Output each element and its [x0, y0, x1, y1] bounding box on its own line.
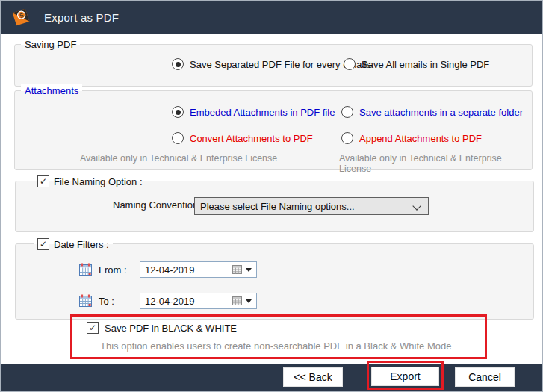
export-button[interactable]: Export [371, 367, 439, 386]
window-title: Export as PDF [44, 11, 119, 24]
radio-save-all-single-pdf[interactable]: Save All emails in Single PDF [344, 58, 489, 70]
file-naming-checkbox-row[interactable]: ✓ File Naming Option : [34, 174, 146, 189]
chevron-down-icon [412, 202, 421, 210]
radio-selected-icon [172, 106, 184, 118]
radio-label: Embeded Attachments in PDF file [190, 107, 335, 118]
radio-append-attachments-pdf[interactable]: Append Attachments to PDF [341, 132, 482, 144]
from-label: From : [99, 264, 127, 276]
date-picker-grid-icon [232, 265, 242, 274]
date-filters-label: Date Filters : [54, 239, 109, 250]
date-picker-dropdown-arrow[interactable] [246, 299, 252, 303]
dropdown-value: Please select File Naming options... [200, 201, 355, 212]
checkbox-checked-icon: ✓ [87, 322, 99, 334]
naming-conventions-dropdown[interactable]: Please select File Naming options... [194, 197, 429, 215]
date-picker-grid-icon [232, 296, 242, 305]
calendar-icon [79, 294, 92, 309]
from-date-value: 12-04-2019 [145, 264, 195, 276]
radio-selected-icon [172, 58, 184, 70]
export-as-pdf-dialog: S Export as PDF Saving PDF Save Separate… [0, 0, 543, 392]
calendar-icon [79, 263, 92, 278]
bw-label: Save PDF in BLACK & WHITE [105, 323, 237, 334]
file-naming-label: File Naming Option : [54, 176, 143, 187]
to-date-value: 12-04-2019 [145, 296, 195, 307]
radio-embedded-attachments[interactable]: Embeded Attachments in PDF file [172, 106, 335, 118]
bw-checkbox-row[interactable]: ✓ Save PDF in BLACK & WHITE [87, 322, 237, 334]
radio-unselected-icon [172, 132, 184, 144]
radio-label: Save All emails in Single PDF [362, 59, 489, 70]
bw-description: This option enables users to create non-… [100, 340, 451, 352]
radio-label: Save attachments in a separate folder [359, 107, 523, 118]
radio-label: Convert Attachments to PDF [190, 133, 313, 144]
checkbox-checked-icon: ✓ [37, 238, 49, 250]
to-label: To : [99, 296, 114, 307]
saving-pdf-group: Saving PDF Save Separated PDF File for e… [14, 44, 533, 87]
radio-unselected-icon [341, 132, 353, 144]
annotation-highlight-bw [70, 314, 487, 359]
radio-label: Append Attachments to PDF [359, 133, 482, 144]
cancel-button[interactable]: Cancel [455, 367, 515, 387]
to-date-field[interactable]: 12-04-2019 [140, 293, 257, 309]
checkbox-checked-icon: ✓ [37, 175, 49, 187]
back-button[interactable]: << Back [283, 367, 343, 387]
attachments-group: Attachments Embeded Attachments in PDF f… [14, 90, 533, 170]
titlebar: S Export as PDF [1, 1, 542, 34]
date-filters-group: ✓ Date Filters : From : 12-04-2019 [15, 243, 534, 320]
radio-unselected-icon [341, 106, 353, 118]
radio-save-attachments-separate-folder[interactable]: Save attachments in a separate folder [341, 106, 523, 118]
license-note-right: Available only in Technical & Enterprise… [339, 153, 532, 174]
radio-save-separated-pdf[interactable]: Save Separated PDF File for every emails [172, 58, 371, 70]
radio-convert-attachments-pdf[interactable]: Convert Attachments to PDF [172, 132, 313, 144]
from-date-field[interactable]: 12-04-2019 [140, 261, 257, 278]
attachments-group-label: Attachments [21, 84, 82, 98]
date-filters-checkbox-row[interactable]: ✓ Date Filters : [34, 237, 113, 252]
date-picker-dropdown-arrow[interactable] [246, 268, 252, 272]
app-logo-icon: S [10, 7, 31, 28]
saving-pdf-group-label: Saving PDF [21, 38, 80, 52]
file-naming-group: ✓ File Naming Option : Naming Convention… [15, 181, 534, 232]
license-note-left: Available only in Technical & Enterprise… [80, 153, 277, 164]
radio-unselected-icon [344, 58, 356, 70]
